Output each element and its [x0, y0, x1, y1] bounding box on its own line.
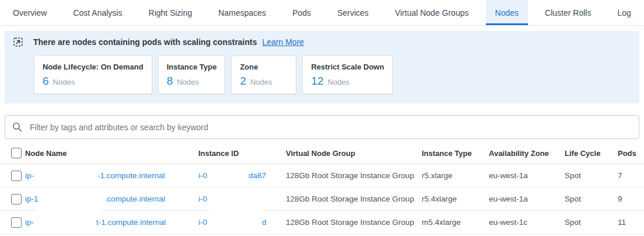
availability-zone-cell: eu-west-1c	[489, 218, 565, 227]
card-count: 6	[43, 75, 49, 88]
card-instance-type[interactable]: Instance Type 8 Nodes	[158, 55, 226, 94]
row-checkbox[interactable]	[11, 194, 22, 204]
availability-zone-cell: eu-west-1a	[489, 171, 565, 180]
redacted-text	[207, 222, 262, 223]
scaling-constraints-banner: There are nodes containing pods with sca…	[5, 31, 639, 103]
tab-nodes[interactable]: Nodes	[486, 0, 528, 25]
tab-log[interactable]: Log	[608, 0, 640, 25]
availability-zone-cell: eu-west-1a	[489, 195, 565, 203]
filter-input[interactable]	[29, 122, 632, 133]
virtual-node-group-cell: 128Gb Root Storage Instance Group	[286, 218, 422, 227]
nodes-table: Node Name Instance ID Virtual Node Group…	[0, 143, 644, 234]
node-name-link[interactable]: t-1.compute.internal	[96, 218, 166, 227]
pods-cell: 7	[618, 171, 644, 180]
card-title: Restrict Scale Down	[311, 63, 384, 71]
node-name-link[interactable]: -1.compute.internal	[97, 171, 165, 180]
tab-cost-analysis[interactable]: Cost Analysis	[64, 0, 131, 25]
instance-type-cell: m5.4xlarge	[422, 218, 489, 227]
node-name-link[interactable]: ip-	[25, 218, 34, 227]
instance-id-link[interactable]: i-0	[198, 171, 207, 180]
instance-id-link[interactable]: i-0	[198, 218, 207, 227]
node-name-link[interactable]: ip-1	[25, 195, 38, 203]
redacted-text	[34, 222, 96, 223]
tab-virtual-node-groups[interactable]: Virtual Node Groups	[386, 0, 478, 25]
tab-cluster-rolls[interactable]: Cluster Rolls	[536, 0, 600, 25]
column-header-life-cycle[interactable]: Life Cycle	[565, 149, 618, 158]
column-header-instance-type[interactable]: Instance Type	[422, 149, 489, 158]
scale-up-icon	[13, 37, 23, 47]
redaction-patch	[209, 209, 264, 211]
instance-type-cell: r5.4xlarge	[422, 195, 489, 203]
pods-cell: 9	[618, 195, 644, 203]
card-zone[interactable]: Zone 2 Nodes	[231, 55, 296, 94]
table-header-row: Node Name Instance ID Virtual Node Group…	[0, 143, 644, 164]
table-row: ip- -1.compute.internal i-0 da87 128Gb R…	[0, 164, 644, 188]
card-restrict-scale-down[interactable]: Restrict Scale Down 12 Nodes	[302, 55, 393, 94]
redacted-text	[207, 175, 249, 176]
tab-bar: Overview Cost Analysis Right Sizing Name…	[0, 0, 644, 26]
redacted-text	[34, 175, 97, 176]
card-unit: Nodes	[53, 78, 75, 86]
card-unit: Nodes	[250, 78, 272, 86]
life-cycle-cell: Spot	[565, 218, 618, 227]
card-title: Node Lifecycle: On Demand	[43, 63, 144, 71]
learn-more-link[interactable]: Learn More	[262, 37, 304, 47]
life-cycle-cell: Spot	[565, 171, 618, 180]
select-all-checkbox[interactable]	[11, 148, 22, 158]
life-cycle-cell: Spot	[565, 195, 618, 203]
table-row: ip-1 .compute.internal i-0 128Gb Root St…	[0, 188, 644, 211]
banner-message: There are nodes containing pods with sca…	[33, 37, 257, 47]
instance-type-cell: r5.xlarge	[422, 171, 489, 180]
redacted-text	[207, 199, 265, 199]
tab-overview[interactable]: Overview	[4, 0, 56, 25]
card-count: 2	[240, 75, 246, 88]
redacted-text	[38, 199, 105, 199]
card-title: Zone	[240, 63, 288, 71]
card-title: Instance Type	[167, 63, 217, 71]
redaction-patch	[37, 209, 101, 211]
virtual-node-group-cell: 128Gb Root Storage Instance Group	[286, 171, 422, 180]
virtual-node-group-cell: 128Gb Root Storage Instance Group	[286, 195, 422, 203]
row-checkbox[interactable]	[11, 217, 22, 228]
filter-bar	[5, 115, 639, 139]
node-name-link[interactable]: .compute.internal	[105, 195, 166, 203]
card-unit: Nodes	[177, 78, 199, 86]
card-unit: Nodes	[328, 78, 350, 86]
column-header-node-name[interactable]: Node Name	[25, 149, 198, 158]
tab-pods[interactable]: Pods	[283, 0, 320, 25]
instance-id-link[interactable]: i-0	[198, 195, 207, 203]
card-count: 8	[167, 75, 173, 88]
tab-right-sizing[interactable]: Right Sizing	[139, 0, 202, 25]
instance-id-link[interactable]: d	[262, 218, 267, 227]
tab-namespaces[interactable]: Namespaces	[209, 0, 275, 25]
search-icon	[12, 122, 22, 132]
table-row: ip- t-1.compute.internal i-0 d 128Gb Roo…	[0, 211, 644, 234]
instance-id-link[interactable]: da87	[249, 171, 266, 180]
constraint-cards: Node Lifecycle: On Demand 6 Nodes Instan…	[34, 55, 631, 94]
column-header-pods[interactable]: Pods	[618, 149, 644, 158]
pods-cell: 11	[618, 218, 644, 227]
row-checkbox[interactable]	[11, 171, 22, 181]
column-header-virtual-node-group[interactable]: Virtual Node Group	[286, 149, 422, 158]
card-count: 12	[311, 75, 323, 88]
column-header-availability-zone[interactable]: Availability Zone	[489, 149, 565, 158]
node-name-link[interactable]: ip-	[25, 171, 34, 180]
column-header-instance-id[interactable]: Instance ID	[198, 149, 286, 158]
tab-services[interactable]: Services	[328, 0, 378, 25]
card-node-lifecycle[interactable]: Node Lifecycle: On Demand 6 Nodes	[34, 55, 152, 94]
